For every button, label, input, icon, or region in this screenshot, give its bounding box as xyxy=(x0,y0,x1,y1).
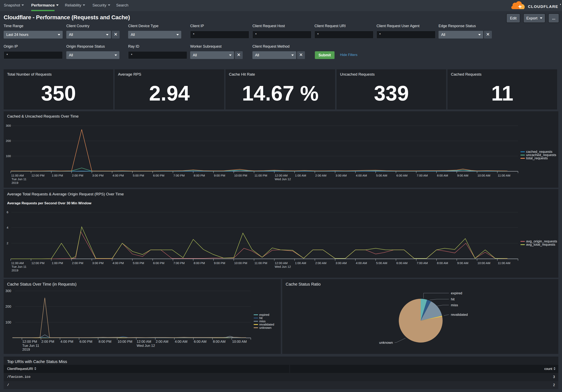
svg-text:1:00 PM: 1:00 PM xyxy=(52,174,63,177)
svg-text:3:00 PM: 3:00 PM xyxy=(92,261,104,265)
svg-text:7:00 AM: 7:00 AM xyxy=(417,174,428,177)
svg-text:12:00 AM: 12:00 AM xyxy=(275,261,288,265)
svg-text:8:00 AM: 8:00 AM xyxy=(437,174,448,177)
svg-text:Tue Jun 11: Tue Jun 11 xyxy=(12,177,26,181)
svg-text:1:00 PM: 1:00 PM xyxy=(52,261,63,265)
svg-text:3:00 AM: 3:00 AM xyxy=(336,261,347,265)
svg-text:2:00 AM: 2:00 AM xyxy=(315,174,327,177)
svg-text:4:00 PM: 4:00 PM xyxy=(113,261,124,265)
svg-text:6:00 AM: 6:00 AM xyxy=(396,174,408,177)
svg-text:expired: expired xyxy=(451,291,462,295)
svg-text:2019: 2019 xyxy=(22,348,30,351)
svg-text:7:00 PM: 7:00 PM xyxy=(173,261,185,265)
svg-text:12:00 PM: 12:00 PM xyxy=(31,174,44,177)
svg-text:8:00 PM: 8:00 PM xyxy=(194,261,205,265)
svg-text:10:00 PM: 10:00 PM xyxy=(117,340,132,344)
svg-text:8:00 AM: 8:00 AM xyxy=(437,261,448,265)
svg-text:10:00 AM: 10:00 AM xyxy=(478,261,490,265)
svg-text:Wed Jun 12: Wed Jun 12 xyxy=(275,177,291,181)
svg-text:9:00 AM: 9:00 AM xyxy=(457,261,468,265)
svg-text:11:00 PM: 11:00 PM xyxy=(254,174,267,177)
svg-text:4:00 AM: 4:00 AM xyxy=(356,174,367,177)
svg-text:Tue Jun 11: Tue Jun 11 xyxy=(12,265,26,268)
svg-text:11:00 AM: 11:00 AM xyxy=(498,174,510,177)
svg-text:8:00 PM: 8:00 PM xyxy=(194,174,205,177)
svg-text:6:00 PM: 6:00 PM xyxy=(80,340,92,344)
svg-text:2:00 PM: 2:00 PM xyxy=(72,174,83,177)
svg-text:12:00 PM: 12:00 PM xyxy=(31,261,44,265)
svg-text:Tue Jun 11: Tue Jun 11 xyxy=(22,344,39,348)
svg-text:5:00 AM: 5:00 AM xyxy=(376,261,387,265)
svg-text:4:00 PM: 4:00 PM xyxy=(113,174,124,177)
svg-text:200: 200 xyxy=(5,305,11,309)
svg-text:4:00 PM: 4:00 PM xyxy=(60,340,73,344)
svg-text:100: 100 xyxy=(5,321,11,324)
svg-text:2: 2 xyxy=(7,242,8,245)
svg-text:12:00 AM: 12:00 AM xyxy=(275,174,288,177)
svg-text:11:00 AM: 11:00 AM xyxy=(11,261,24,265)
svg-text:9:00 PM: 9:00 PM xyxy=(214,174,225,177)
svg-text:2:00 PM: 2:00 PM xyxy=(72,261,83,265)
svg-text:5:00 AM: 5:00 AM xyxy=(376,174,387,177)
svg-text:300: 300 xyxy=(5,289,11,293)
svg-text:3:00 PM: 3:00 PM xyxy=(92,174,104,177)
svg-text:11:00 AM: 11:00 AM xyxy=(498,261,510,265)
svg-text:5:00 PM: 5:00 PM xyxy=(133,174,144,177)
svg-text:6:00 PM: 6:00 PM xyxy=(153,261,164,265)
svg-text:miss: miss xyxy=(451,303,458,307)
svg-text:3:00 AM: 3:00 AM xyxy=(336,174,347,177)
svg-text:Wed Jun 12: Wed Jun 12 xyxy=(137,344,155,348)
svg-text:10:00 AM: 10:00 AM xyxy=(478,174,490,177)
svg-text:4:00 AM: 4:00 AM xyxy=(356,261,367,265)
svg-text:hit: hit xyxy=(451,297,455,301)
svg-text:4:00 AM: 4:00 AM xyxy=(175,340,187,344)
svg-text:12:00 AM: 12:00 AM xyxy=(137,340,151,344)
svg-text:revalidated: revalidated xyxy=(451,313,468,317)
svg-text:10:00 PM: 10:00 PM xyxy=(234,174,247,177)
svg-text:5:00 PM: 5:00 PM xyxy=(133,261,144,265)
svg-text:9:00 PM: 9:00 PM xyxy=(214,261,225,265)
svg-text:11:00 PM: 11:00 PM xyxy=(254,261,267,265)
svg-text:6:00 PM: 6:00 PM xyxy=(153,174,164,177)
svg-text:CLOUDFLARE: CLOUDFLARE xyxy=(528,4,558,9)
svg-text:2:00 AM: 2:00 AM xyxy=(315,261,327,265)
svg-text:9:00 AM: 9:00 AM xyxy=(457,174,468,177)
svg-text:7:00 AM: 7:00 AM xyxy=(417,261,428,265)
svg-text:12:00 PM: 12:00 PM xyxy=(22,340,37,344)
svg-text:6: 6 xyxy=(7,210,8,214)
svg-text:10:00 AM: 10:00 AM xyxy=(232,340,247,344)
svg-text:11:00 AM: 11:00 AM xyxy=(11,174,24,177)
svg-text:2019: 2019 xyxy=(12,269,18,272)
svg-text:6:00 AM: 6:00 AM xyxy=(396,261,408,265)
svg-text:4: 4 xyxy=(7,226,8,229)
svg-text:200: 200 xyxy=(6,139,11,142)
svg-text:8:00 AM: 8:00 AM xyxy=(213,340,225,344)
svg-text:unknown: unknown xyxy=(379,341,393,345)
svg-text:1:00 AM: 1:00 AM xyxy=(295,174,306,177)
svg-text:100: 100 xyxy=(6,154,11,158)
svg-text:8:00 PM: 8:00 PM xyxy=(99,340,111,344)
svg-text:Wed Jun 12: Wed Jun 12 xyxy=(275,265,291,268)
svg-text:2:00 AM: 2:00 AM xyxy=(156,340,168,344)
svg-text:7:00 PM: 7:00 PM xyxy=(173,174,185,177)
svg-text:2:00 PM: 2:00 PM xyxy=(41,340,54,344)
svg-text:2019: 2019 xyxy=(12,181,18,184)
svg-text:6:00 AM: 6:00 AM xyxy=(194,340,206,344)
svg-text:300: 300 xyxy=(6,124,11,127)
svg-text:1:00 AM: 1:00 AM xyxy=(295,261,306,265)
svg-text:10:00 PM: 10:00 PM xyxy=(234,261,247,265)
